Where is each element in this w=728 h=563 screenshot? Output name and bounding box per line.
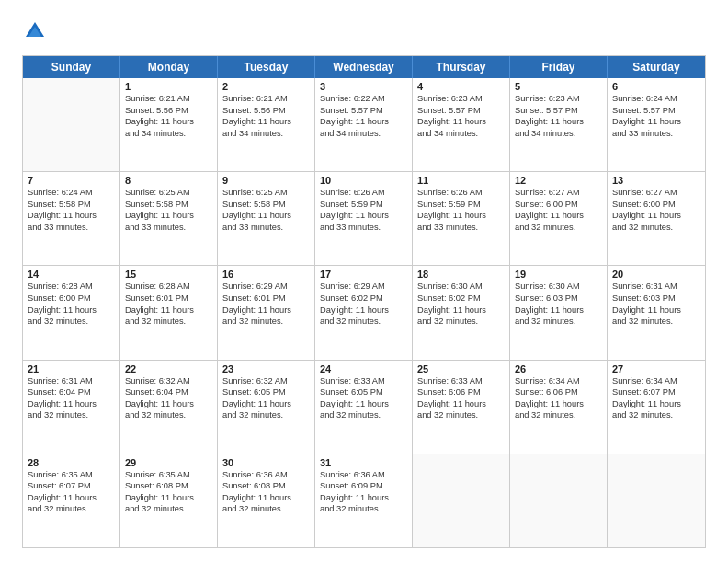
day-number: 26 [515,363,602,374]
daylight-text-1: Daylight: 11 hours [417,304,505,316]
daylight-text-1: Daylight: 11 hours [222,210,310,222]
sunset-text: Sunset: 6:08 PM [222,480,310,492]
sunrise-text: Sunrise: 6:34 AM [612,375,700,387]
daylight-text-2: and 32 minutes. [417,316,505,327]
calendar-cell: 29Sunrise: 6:35 AMSunset: 6:08 PMDayligh… [120,454,218,547]
calendar-cell: 20Sunrise: 6:31 AMSunset: 6:03 PMDayligh… [608,266,705,359]
calendar-cell: 6Sunrise: 6:24 AMSunset: 5:57 PMDaylight… [608,78,705,171]
calendar-cell: 4Sunrise: 6:23 AMSunset: 5:57 PMDaylight… [413,78,510,171]
calendar-cell: 31Sunrise: 6:36 AMSunset: 6:09 PMDayligh… [315,454,413,547]
daylight-text-1: Daylight: 11 hours [222,492,310,504]
sunset-text: Sunset: 5:59 PM [320,199,407,211]
sunset-text: Sunset: 5:59 PM [417,199,505,211]
calendar-cell: 10Sunrise: 6:26 AMSunset: 5:59 PMDayligh… [315,172,413,265]
day-number: 15 [125,269,212,280]
calendar-cell: 12Sunrise: 6:27 AMSunset: 6:00 PMDayligh… [510,172,608,265]
daylight-text-1: Daylight: 11 hours [320,304,407,316]
day-number: 18 [417,269,505,280]
daylight-text-2: and 32 minutes. [125,503,212,515]
calendar-row-1: 1Sunrise: 6:21 AMSunset: 5:56 PMDaylight… [23,78,705,171]
daylight-text-2: and 32 minutes. [515,222,602,234]
daylight-text-1: Daylight: 11 hours [125,116,212,128]
day-number: 20 [612,269,700,280]
daylight-text-1: Daylight: 11 hours [28,210,115,222]
day-number: 16 [222,269,310,280]
daylight-text-2: and 34 minutes. [222,128,310,140]
daylight-text-1: Daylight: 11 hours [125,304,212,316]
daylight-text-1: Daylight: 11 hours [515,210,602,222]
day-number: 12 [515,175,602,186]
calendar-cell: 2Sunrise: 6:21 AMSunset: 5:56 PMDaylight… [218,78,315,171]
daylight-text-2: and 32 minutes. [222,503,310,515]
sunset-text: Sunset: 6:00 PM [28,293,115,304]
daylight-text-2: and 32 minutes. [515,409,602,421]
daylight-text-1: Daylight: 11 hours [125,210,212,222]
header-day-friday: Friday [510,56,608,78]
calendar-cell: 30Sunrise: 6:36 AMSunset: 6:08 PMDayligh… [218,454,315,547]
daylight-text-2: and 34 minutes. [320,128,407,140]
daylight-text-2: and 32 minutes. [320,503,407,515]
daylight-text-1: Daylight: 11 hours [612,116,700,128]
sunrise-text: Sunrise: 6:24 AM [612,93,700,105]
daylight-text-2: and 34 minutes. [417,128,505,140]
calendar-cell: 13Sunrise: 6:27 AMSunset: 6:00 PMDayligh… [608,172,705,265]
day-number: 2 [222,81,310,92]
daylight-text-1: Daylight: 11 hours [612,398,700,410]
daylight-text-1: Daylight: 11 hours [417,210,505,222]
day-number: 29 [125,457,212,468]
sunrise-text: Sunrise: 6:33 AM [320,375,407,387]
calendar-cell: 28Sunrise: 6:35 AMSunset: 6:07 PMDayligh… [23,454,120,547]
sunrise-text: Sunrise: 6:28 AM [28,281,115,293]
day-number: 30 [222,457,310,468]
calendar-cell: 23Sunrise: 6:32 AMSunset: 6:05 PMDayligh… [218,361,315,454]
header-day-thursday: Thursday [413,56,510,78]
sunrise-text: Sunrise: 6:32 AM [125,375,212,387]
sunset-text: Sunset: 6:02 PM [320,293,407,304]
sunrise-text: Sunrise: 6:27 AM [515,187,602,199]
calendar: SundayMondayTuesdayWednesdayThursdayFrid… [22,55,706,548]
sunrise-text: Sunrise: 6:31 AM [612,281,700,293]
sunset-text: Sunset: 6:04 PM [28,386,115,398]
sunset-text: Sunset: 6:06 PM [515,386,602,398]
daylight-text-1: Daylight: 11 hours [320,210,407,222]
day-number: 24 [320,363,407,374]
day-number: 3 [320,81,407,92]
sunrise-text: Sunrise: 6:31 AM [28,375,115,387]
sunset-text: Sunset: 6:03 PM [515,293,602,304]
calendar-row-3: 14Sunrise: 6:28 AMSunset: 6:00 PMDayligh… [23,265,705,359]
sunset-text: Sunset: 6:00 PM [515,199,602,211]
daylight-text-2: and 33 minutes. [222,222,310,234]
sunrise-text: Sunrise: 6:33 AM [417,375,505,387]
daylight-text-1: Daylight: 11 hours [417,398,505,410]
sunset-text: Sunset: 5:57 PM [320,105,407,117]
calendar-header: SundayMondayTuesdayWednesdayThursdayFrid… [23,56,705,78]
sunrise-text: Sunrise: 6:25 AM [125,187,212,199]
sunrise-text: Sunrise: 6:26 AM [320,187,407,199]
calendar-cell: 1Sunrise: 6:21 AMSunset: 5:56 PMDaylight… [120,78,218,171]
sunrise-text: Sunrise: 6:30 AM [515,281,602,293]
sunrise-text: Sunrise: 6:36 AM [222,469,310,481]
day-number: 8 [125,175,212,186]
daylight-text-2: and 32 minutes. [222,316,310,327]
sunset-text: Sunset: 6:07 PM [28,480,115,492]
sunset-text: Sunset: 5:58 PM [125,199,212,211]
sunrise-text: Sunrise: 6:26 AM [417,187,505,199]
sunrise-text: Sunrise: 6:32 AM [222,375,310,387]
sunrise-text: Sunrise: 6:25 AM [222,187,310,199]
page: SundayMondayTuesdayWednesdayThursdayFrid… [0,0,728,563]
day-number: 11 [417,175,505,186]
calendar-cell [413,454,510,547]
day-number: 10 [320,175,407,186]
sunrise-text: Sunrise: 6:23 AM [515,93,602,105]
sunset-text: Sunset: 6:07 PM [612,386,700,398]
calendar-cell: 17Sunrise: 6:29 AMSunset: 6:02 PMDayligh… [315,266,413,359]
calendar-row-2: 7Sunrise: 6:24 AMSunset: 5:58 PMDaylight… [23,171,705,265]
daylight-text-1: Daylight: 11 hours [320,492,407,504]
calendar-cell: 16Sunrise: 6:29 AMSunset: 6:01 PMDayligh… [218,266,315,359]
sunset-text: Sunset: 6:09 PM [320,480,407,492]
calendar-cell: 8Sunrise: 6:25 AMSunset: 5:58 PMDaylight… [120,172,218,265]
calendar-cell: 5Sunrise: 6:23 AMSunset: 5:57 PMDaylight… [510,78,608,171]
calendar-cell [510,454,608,547]
day-number: 1 [125,81,212,92]
sunrise-text: Sunrise: 6:36 AM [320,469,407,481]
